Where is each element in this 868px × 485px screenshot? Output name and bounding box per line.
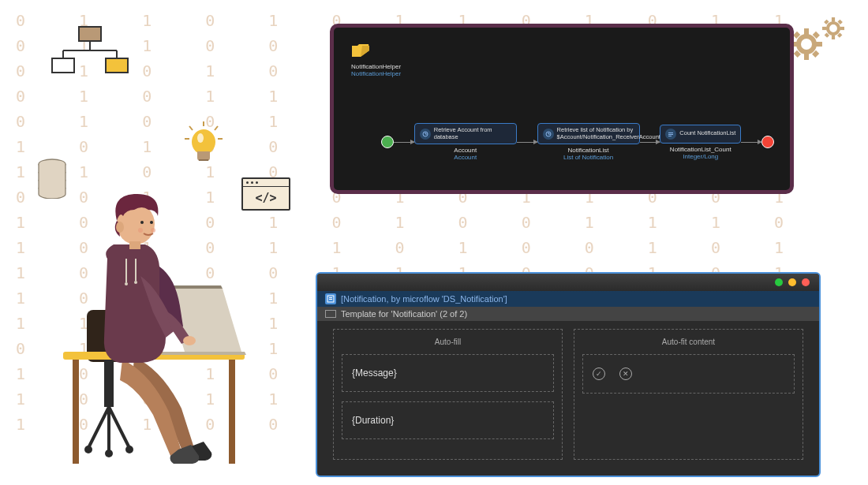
action-row: ✓ ✕ — [582, 354, 795, 394]
svg-point-16 — [828, 23, 839, 34]
template-header-text: [Notification, by microflow 'DS_Notifica… — [341, 294, 507, 304]
template-header: [Notification, by microflow 'DS_Notifica… — [317, 291, 819, 307]
flow-node-retrieve-account[interactable]: Retrieve Account from database — [414, 123, 517, 144]
node-var-label: NotificationList_Count — [670, 146, 731, 153]
column-autofit[interactable]: Auto-fit content ✓ ✕ — [574, 329, 803, 460]
svg-point-32 — [197, 133, 204, 143]
svg-line-38 — [109, 407, 129, 448]
svg-point-40 — [84, 446, 92, 453]
gears-icon — [789, 14, 852, 69]
svg-rect-62 — [668, 136, 672, 136]
flow-node-retrieve-list[interactable]: Retrieve list of Notification by $Accoun… — [537, 123, 640, 144]
column-header: Auto-fit content — [582, 338, 795, 346]
node-var-type[interactable]: Integer/Long — [670, 153, 731, 160]
entity-link[interactable]: NotificationHelper — [351, 70, 401, 77]
microflow-entity: NotificationHelper NotificationHelper — [351, 43, 401, 77]
svg-rect-31 — [199, 159, 208, 161]
svg-point-55 — [138, 228, 143, 233]
node-var-label: NotificationList — [563, 147, 613, 154]
svg-point-7 — [799, 36, 814, 52]
svg-rect-45 — [229, 360, 235, 464]
org-chart-icon — [47, 25, 134, 80]
window-titlebar — [317, 274, 819, 291]
template-panel: [Notification, by microflow 'DS_Notifica… — [316, 272, 821, 477]
svg-line-37 — [88, 407, 109, 448]
node-title: Retrieve list of Notification by $Accoun… — [557, 127, 660, 140]
lightbulb-icon — [181, 120, 226, 172]
developer-illustration — [47, 172, 253, 483]
column-autofill[interactable]: Auto-fill {Message} {Duration} — [333, 329, 563, 460]
svg-point-42 — [105, 450, 113, 457]
flow-arrow — [517, 142, 537, 143]
flow-node-count[interactable]: Count NotificationList — [660, 125, 741, 144]
svg-point-54 — [150, 221, 153, 224]
node-var-type[interactable]: Account — [454, 154, 477, 161]
window-maximize-icon[interactable] — [788, 278, 796, 286]
entity-label: NotificationHelper — [351, 63, 401, 70]
svg-line-26 — [189, 126, 193, 130]
retrieve-icon — [543, 129, 554, 140]
flow-start-node — [381, 136, 394, 148]
field-message[interactable]: {Message} — [342, 354, 554, 392]
flow-arrow — [640, 142, 660, 143]
svg-rect-20 — [840, 27, 844, 30]
flow-arrow — [741, 142, 761, 143]
svg-point-53 — [140, 221, 144, 224]
svg-rect-64 — [329, 297, 332, 298]
folder-icon — [351, 43, 370, 58]
svg-point-30 — [192, 129, 215, 155]
microflow-panel: NotificationHelper NotificationHelper Re… — [330, 24, 794, 194]
svg-point-48 — [125, 282, 128, 285]
svg-rect-17 — [832, 17, 835, 22]
svg-rect-0 — [79, 27, 101, 41]
svg-line-27 — [215, 126, 218, 130]
field-duration[interactable]: {Duration} — [342, 401, 554, 439]
microflow-flow: Retrieve Account from database Account A… — [381, 118, 774, 166]
template-subheader-text: Template for 'Notification' (2 of 2) — [341, 309, 467, 319]
svg-rect-9 — [804, 54, 809, 60]
svg-point-49 — [134, 281, 137, 284]
svg-point-52 — [116, 222, 124, 233]
retrieve-icon — [420, 129, 431, 140]
cross-icon[interactable]: ✕ — [619, 367, 632, 380]
node-title: Retrieve Account from database — [434, 127, 511, 140]
template-subheader: Template for 'Notification' (2 of 2) — [317, 307, 819, 321]
template-icon — [325, 310, 336, 318]
svg-rect-44 — [73, 360, 79, 464]
svg-rect-61 — [668, 134, 673, 135]
svg-rect-5 — [52, 58, 74, 73]
datasource-icon — [325, 293, 336, 304]
svg-rect-60 — [668, 132, 673, 133]
svg-rect-18 — [832, 35, 835, 39]
svg-point-56 — [151, 228, 155, 233]
window-close-icon[interactable] — [802, 278, 810, 286]
svg-rect-65 — [329, 299, 332, 300]
svg-rect-6 — [106, 58, 128, 73]
flow-end-node — [761, 136, 774, 148]
window-minimize-icon[interactable] — [775, 278, 783, 286]
column-header: Auto-fill — [342, 338, 554, 346]
svg-rect-11 — [816, 42, 822, 47]
svg-rect-8 — [804, 28, 809, 35]
flow-arrow — [394, 142, 414, 143]
count-icon — [665, 129, 676, 140]
svg-rect-36 — [104, 360, 114, 407]
check-icon[interactable]: ✓ — [593, 367, 605, 380]
svg-point-41 — [125, 446, 133, 453]
svg-rect-57 — [129, 241, 140, 249]
svg-rect-19 — [822, 27, 827, 30]
node-title: Count NotificationList — [679, 130, 735, 136]
node-var-type[interactable]: List of Notification — [563, 154, 613, 161]
node-var-label: Account — [454, 147, 477, 154]
svg-point-50 — [183, 336, 196, 345]
